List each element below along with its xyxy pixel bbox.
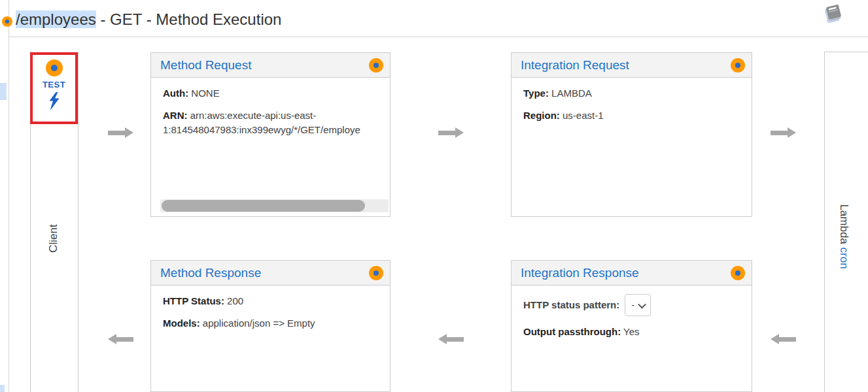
test-status-bullet-icon: [46, 59, 63, 76]
output-passthrough-value: Yes: [623, 326, 639, 337]
method-request-box: Method Request Auth: NONE ARN: arn:aws:e…: [150, 52, 391, 217]
request-arrow-integration-to-lambda-icon: [771, 127, 796, 139]
method-response-status-bullet-icon: [369, 266, 383, 280]
arn-field: ARN: arn:aws:execute-api:us-east-1:81454…: [163, 108, 378, 137]
response-arrow-integration-to-method-icon: [438, 334, 464, 345]
method-request-title-link[interactable]: Method Request: [160, 58, 251, 73]
type-field: Type: LAMBDA: [523, 86, 740, 101]
type-label: Type:: [523, 88, 549, 99]
arn-value-line2: 1:814548047983:inx399ewyg/*/GET/employe: [163, 123, 378, 137]
resource-status-bullet-icon: [2, 16, 12, 27]
page-title-rest: - GET - Method Execution: [96, 10, 282, 28]
models-field: Models: application/json => Empty: [163, 316, 378, 331]
integration-response-status-bullet-icon: [731, 266, 745, 280]
client-lane-label: Client: [47, 224, 60, 252]
request-arrow-client-to-method-icon: [108, 127, 133, 139]
method-response-box: Method Response HTTP Status: 200 Models:…: [150, 260, 391, 392]
region-value: us-east-1: [563, 110, 604, 121]
region-field: Region: us-east-1: [523, 108, 740, 123]
page-title: /employees - GET - Method Execution: [16, 10, 281, 29]
title-divider: [9, 37, 868, 37]
response-arrow-lambda-to-integration-icon: [771, 334, 796, 345]
selection-artifact: [0, 385, 5, 392]
selection-artifact: [0, 83, 7, 100]
integration-request-status-bullet-icon: [731, 58, 745, 73]
lambda-label-text: Lambda: [838, 204, 850, 244]
auth-value: NONE: [191, 88, 219, 99]
models-label: Models:: [163, 318, 200, 329]
lambda-lane-label: Lambda cron: [837, 204, 850, 269]
integration-response-header: Integration Response: [512, 261, 752, 286]
method-request-body: Auth: NONE ARN: arn:aws:execute-api:us-e…: [151, 78, 390, 153]
integration-response-box: Integration Response HTTP status pattern…: [511, 260, 752, 392]
type-value: LAMBDA: [551, 88, 592, 99]
chevron-down-icon: [638, 300, 646, 308]
lambda-function-link[interactable]: cron: [838, 248, 850, 269]
http-status-pattern-selected-value: -: [631, 298, 634, 312]
documentation-book-icon[interactable]: [822, 3, 844, 23]
test-button[interactable]: TEST: [30, 52, 78, 124]
integration-request-header: Integration Request: [512, 53, 752, 78]
response-arrow-method-to-client-icon: [108, 334, 133, 345]
auth-field: Auth: NONE: [163, 86, 378, 101]
test-button-label: TEST: [43, 80, 65, 90]
integration-request-body: Type: LAMBDA Region: us-east-1: [512, 78, 752, 139]
output-passthrough-label: Output passthrough:: [523, 326, 621, 337]
models-value: application/json => Empty: [203, 318, 315, 329]
page-title-resource: /employees: [16, 10, 96, 28]
page-left-border: [9, 0, 9, 392]
http-status-pattern-label: HTTP status pattern:: [523, 298, 619, 312]
auth-label: Auth:: [163, 88, 188, 99]
integration-request-title-link[interactable]: Integration Request: [521, 58, 629, 73]
http-status-field: HTTP Status: 200: [163, 294, 378, 308]
arn-value-line1: arn:aws:execute-api:us-east-: [190, 110, 317, 121]
method-response-header: Method Response: [151, 261, 390, 286]
horizontal-scrollbar-thumb[interactable]: [162, 200, 365, 212]
http-status-pattern-select[interactable]: -: [625, 294, 651, 316]
method-response-title-link[interactable]: Method Response: [160, 266, 261, 280]
lightning-bolt-icon: [48, 91, 61, 111]
http-status-pattern-field: HTTP status pattern: -: [523, 294, 740, 316]
method-request-status-bullet-icon: [369, 58, 383, 73]
request-arrow-method-to-integration-icon: [438, 127, 464, 139]
method-response-body: HTTP Status: 200 Models: application/jso…: [151, 286, 390, 347]
output-passthrough-field: Output passthrough: Yes: [523, 325, 740, 339]
method-execution-page: /employees - GET - Method Execution Clie…: [0, 0, 868, 392]
region-label: Region:: [523, 110, 560, 121]
horizontal-scrollbar-track: [160, 199, 389, 212]
integration-response-body: HTTP status pattern: - Output passthroug…: [512, 286, 752, 355]
http-status-value: 200: [227, 295, 243, 306]
http-status-label: HTTP Status:: [163, 295, 224, 306]
method-request-header: Method Request: [151, 53, 390, 78]
integration-request-box: Integration Request Type: LAMBDA Region:…: [511, 52, 752, 217]
arn-label: ARN:: [163, 110, 188, 121]
integration-response-title-link[interactable]: Integration Response: [521, 266, 639, 280]
